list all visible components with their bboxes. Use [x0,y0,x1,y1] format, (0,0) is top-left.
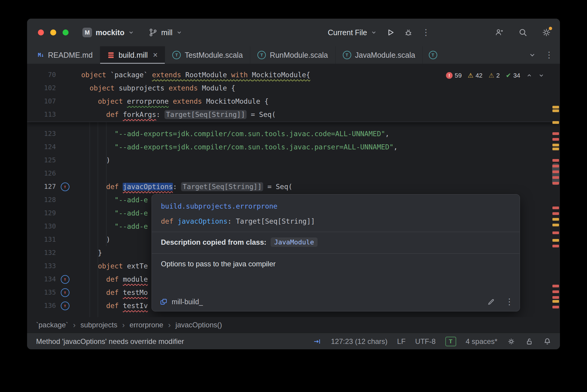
error-stripe-mark[interactable] [552,132,559,135]
tab-readme[interactable]: M↓ README.md [31,46,100,64]
line-number[interactable]: 133 [27,259,56,273]
breadcrumb-item[interactable]: errorprone [130,321,163,329]
code-line-127[interactable]: 127↑ def javacOptions: Target[Seq[String… [27,180,560,193]
code-line-107[interactable]: 107 object errorprone extends MockitoMod… [27,95,560,108]
error-stripe-mark[interactable] [552,170,559,173]
breadcrumb-item[interactable]: subprojects [80,321,117,329]
caret-navigation-icon[interactable] [313,337,321,346]
code-line-124[interactable]: 124 "--add-exports=jdk.compiler/com.sun.… [27,140,560,154]
run-config-selector[interactable]: Current File [328,28,377,37]
line-number[interactable]: 70 [27,68,56,81]
line-number[interactable]: 131 [27,233,56,246]
vcs-branch-widget[interactable]: mill [149,19,182,46]
weak-warning-count[interactable]: ⚠ 2 [489,72,500,79]
tab-indicator[interactable]: T [445,337,456,346]
show-hidden-tabs-button[interactable] [529,51,536,59]
editor-area[interactable]: 123 "--add-exports=jdk.compiler/com.sun.… [27,64,560,317]
code-line-125[interactable]: 125 ) [27,154,560,167]
error-stripe-mark[interactable] [552,148,559,150]
line-number[interactable]: 125 [27,154,56,167]
error-stripe-mark[interactable] [552,207,559,209]
run-button[interactable] [386,28,395,37]
search-icon[interactable] [518,28,527,37]
debug-button[interactable] [404,28,413,37]
error-stripe-mark[interactable] [552,218,559,221]
tab-runmodule[interactable]: T RunModule.scala [250,46,335,64]
line-number[interactable]: 134 [27,273,56,286]
code-line-102[interactable]: 102 object subprojects extends Module { [27,81,560,95]
project-widget[interactable]: M mockito [82,19,134,46]
error-stripe-mark[interactable] [552,224,559,226]
zoom-window-button[interactable] [63,29,69,35]
override-marker-icon[interactable]: ↑ [61,288,69,297]
error-stripe-mark[interactable] [552,239,559,242]
error-stripe-mark[interactable] [552,165,559,167]
line-ending-selector[interactable]: LF [397,337,406,346]
error-stripe[interactable] [551,64,560,317]
code-line-113[interactable]: 113 def forkArgs: Target[Seq[String]] = … [27,108,560,121]
line-number[interactable]: 127 [27,180,56,193]
tab-javamodule[interactable]: T JavaModule.scala [336,46,423,64]
close-icon[interactable]: × [153,52,158,58]
error-stripe-mark[interactable] [552,300,559,303]
error-stripe-mark[interactable] [552,296,559,299]
line-number[interactable]: 126 [27,167,56,180]
error-stripe-mark[interactable] [552,306,559,308]
error-stripe-mark[interactable] [552,176,559,179]
line-number[interactable]: 128 [27,193,56,207]
breadcrumb-item[interactable]: `package` [36,321,68,329]
minimize-window-button[interactable] [50,29,56,35]
passed-inspections-count[interactable]: ✔ 34 [506,72,520,79]
error-stripe-mark[interactable] [552,121,559,124]
error-stripe-mark[interactable] [552,231,559,234]
description-class-chip[interactable]: JavaModule [271,237,318,247]
next-problem-button[interactable] [538,72,544,78]
line-number[interactable]: 135 [27,286,56,299]
tab-testmodule[interactable]: T TestModule.scala [165,46,250,64]
warning-count[interactable]: ⚠ 42 [468,72,482,79]
error-stripe-mark[interactable] [552,290,559,293]
tab-build-mill[interactable]: build.mill × [100,46,165,64]
previous-problem-button[interactable] [526,72,532,78]
encoding-selector[interactable]: UTF-8 [415,337,436,346]
override-marker-icon[interactable]: ↑ [61,182,69,191]
error-stripe-mark[interactable] [552,159,559,162]
line-number[interactable]: 130 [27,220,56,233]
error-count[interactable]: ! 59 [446,72,462,79]
indent-selector[interactable]: 4 spaces* [466,337,497,346]
override-marker-icon[interactable]: ↑ [61,302,69,310]
error-stripe-mark[interactable] [552,109,559,112]
popup-qualified-path[interactable]: build.subprojects.errorprone [161,202,511,210]
line-number[interactable]: 136 [27,299,56,312]
error-stripe-mark[interactable] [552,285,559,287]
popup-more-button[interactable]: ⋮ [505,297,512,306]
edit-icon[interactable] [487,298,495,306]
error-stripe-mark[interactable] [552,182,559,185]
error-stripe-mark[interactable] [552,245,559,247]
caret-position[interactable]: 127:23 (12 chars) [331,337,387,346]
line-number[interactable]: 129 [27,207,56,220]
lock-icon[interactable] [525,337,533,346]
indent-settings-icon[interactable] [507,337,515,346]
error-stripe-mark[interactable] [552,144,559,146]
add-user-icon[interactable] [495,28,504,37]
tab-partial[interactable]: T [423,46,455,64]
line-number[interactable]: 113 [27,108,56,121]
error-stripe-mark[interactable] [552,106,559,109]
settings-button[interactable] [542,28,551,37]
line-number[interactable]: 123 [27,127,56,140]
line-number[interactable]: 107 [27,95,56,108]
line-number[interactable]: 124 [27,140,56,154]
bell-icon[interactable] [543,337,552,346]
close-window-button[interactable] [38,29,44,35]
line-number[interactable]: 102 [27,81,56,95]
error-stripe-mark[interactable] [552,212,559,215]
override-marker-icon[interactable]: ↑ [61,275,69,284]
error-stripe-mark[interactable] [552,138,559,141]
inspections-widget[interactable]: ! 59 ⚠ 42 ⚠ 2 ✔ 34 [446,72,544,79]
code-line-123[interactable]: 123 "--add-exports=jdk.compiler/com.sun.… [27,127,560,140]
tab-options-button[interactable]: ⋮ [545,51,552,60]
more-actions-button[interactable]: ⋮ [422,28,429,37]
line-number[interactable]: 132 [27,246,56,259]
code-line-126[interactable]: 126 [27,167,560,180]
